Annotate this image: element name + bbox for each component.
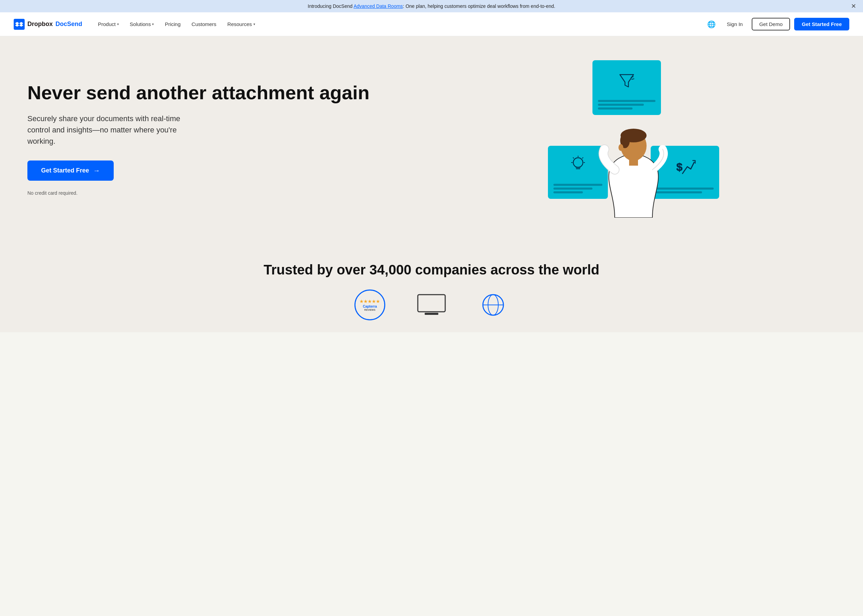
svg-text:$: $ xyxy=(676,161,682,173)
lightbulb-icon xyxy=(568,154,588,177)
globe-logo-icon xyxy=(481,293,505,317)
sign-in-button[interactable]: Sign In xyxy=(722,19,748,30)
advanced-data-rooms-link[interactable]: Advanced Data Rooms xyxy=(353,3,403,9)
hero-section: Never send another attachment again Secu… xyxy=(0,36,863,242)
lightbulb-icon-area xyxy=(553,151,602,180)
nav-product[interactable]: Product ▾ xyxy=(93,19,124,30)
hero-title: Never send another attachment again xyxy=(27,82,432,103)
trusted-section: Trusted by over 34,000 companies across … xyxy=(0,242,863,332)
logo-docsend-text: DocSend xyxy=(55,20,82,28)
hero-cta-button[interactable]: Get Started Free → xyxy=(27,160,114,181)
svg-rect-0 xyxy=(14,19,25,30)
hero-illustration: $ xyxy=(432,57,836,221)
funnel-icon-area xyxy=(598,66,655,96)
lightbulb-card-lines xyxy=(553,184,602,193)
screen-icon xyxy=(416,293,447,317)
logo-link[interactable]: Dropbox DocSend xyxy=(14,19,82,30)
hero-content: Never send another attachment again Secu… xyxy=(27,82,432,196)
nav-solutions[interactable]: Solutions ▾ xyxy=(125,19,159,30)
announcement-banner: Introducing DocSend Advanced Data Rooms:… xyxy=(0,0,863,12)
chart-icon: $ xyxy=(673,157,697,178)
language-globe-button[interactable]: 🌐 xyxy=(705,18,718,30)
resources-chevron-icon: ▾ xyxy=(254,22,255,26)
nav-resources[interactable]: Resources ▾ xyxy=(223,19,260,30)
hero-subtitle: Securely share your documents with real-… xyxy=(27,113,192,147)
dropbox-logo-icon xyxy=(14,19,25,30)
product-chevron-icon: ▾ xyxy=(117,22,119,26)
navbar: Dropbox DocSend Product ▾ Solutions ▾ Pr… xyxy=(0,12,863,36)
svg-line-5 xyxy=(573,157,574,159)
svg-rect-16 xyxy=(425,313,438,315)
third-logo xyxy=(472,291,514,319)
nav-links: Product ▾ Solutions ▾ Pricing Customers … xyxy=(93,19,705,30)
svg-line-6 xyxy=(582,157,583,159)
no-credit-card-text: No credit card required. xyxy=(27,190,432,196)
second-logo xyxy=(411,291,452,319)
svg-rect-13 xyxy=(629,159,638,166)
logo-dropbox-text: Dropbox xyxy=(27,20,53,28)
solutions-chevron-icon: ▾ xyxy=(152,22,154,26)
capterra-label: Capterra xyxy=(363,305,377,308)
nav-pricing[interactable]: Pricing xyxy=(160,19,185,30)
close-banner-button[interactable]: ✕ xyxy=(851,2,856,10)
line xyxy=(553,191,583,193)
announcement-text: Introducing DocSend Advanced Data Rooms:… xyxy=(308,3,556,9)
trusted-logos: ★★★★★ Capterra REVIEWS xyxy=(27,291,836,319)
line xyxy=(553,184,602,186)
arrow-icon: → xyxy=(93,167,100,174)
capterra-sublabel: REVIEWS xyxy=(364,309,375,311)
nav-right-actions: 🌐 Sign In Get Demo Get Started Free xyxy=(705,18,849,30)
svg-point-3 xyxy=(573,158,583,167)
svg-point-14 xyxy=(619,144,623,151)
svg-rect-15 xyxy=(418,295,445,312)
trusted-title: Trusted by over 34,000 companies across … xyxy=(27,262,836,278)
svg-line-2 xyxy=(632,79,634,79)
get-demo-button[interactable]: Get Demo xyxy=(752,18,790,30)
capterra-logo: ★★★★★ Capterra REVIEWS xyxy=(349,291,391,319)
capterra-badge: ★★★★★ Capterra REVIEWS xyxy=(354,289,385,320)
svg-line-1 xyxy=(631,77,633,77)
illustration-container: $ xyxy=(548,60,719,218)
capterra-stars: ★★★★★ xyxy=(360,299,380,304)
line xyxy=(553,187,592,190)
get-started-nav-button[interactable]: Get Started Free xyxy=(794,18,849,30)
funnel-icon xyxy=(616,71,637,91)
person-illustration xyxy=(596,101,671,218)
nav-customers[interactable]: Customers xyxy=(187,19,221,30)
